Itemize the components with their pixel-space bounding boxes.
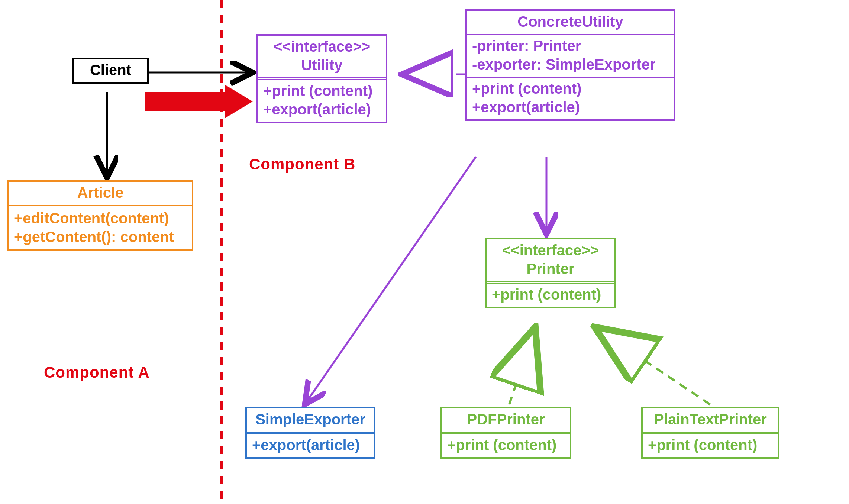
big-red-arrow [145,85,253,118]
label-component-a: Component A [44,364,150,381]
printer-title: Printer [492,259,609,278]
article-op1: +editContent(content) [14,209,187,227]
class-client-title: Client [74,59,147,82]
assoc-concrete-exporter [305,157,476,404]
utility-op1: +print (content) [263,81,381,100]
utility-title: Utility [263,56,381,74]
plaintext-printer-op1: +print (content) [648,436,773,454]
class-simple-exporter: SimpleExporter +export(article) [245,407,375,459]
concrete-utility-title: ConcreteUtility [467,11,674,34]
class-utility: <<interface>> Utility +print (content) +… [256,34,387,123]
class-concrete-utility: ConcreteUtility -printer: Printer -expor… [465,9,675,121]
class-pdf-printer: PDFPrinter +print (content) [440,407,571,459]
realize-pdfprinter [509,327,535,404]
class-printer: <<interface>> Printer +print (content) [485,238,616,308]
label-component-b: Component B [249,155,355,173]
class-article: Article +editContent(content) +getConten… [7,180,193,251]
article-op2: +getContent(): content [14,227,187,246]
svg-rect-0 [145,92,225,111]
simple-exporter-title: SimpleExporter [247,408,374,432]
class-article-title: Article [9,182,192,205]
simple-exporter-op1: +export(article) [252,436,369,454]
pdf-printer-op1: +print (content) [447,436,565,454]
plaintext-printer-title: PlainTextPrinter [643,408,778,432]
svg-marker-1 [225,85,253,118]
concrete-utility-op2: +export(article) [472,98,669,116]
concrete-utility-attr1: -printer: Printer [472,36,669,55]
printer-stereo: <<interface>> [492,241,609,259]
class-plaintext-printer: PlainTextPrinter +print (content) [641,407,779,459]
realize-plaintextprinter [595,327,710,404]
concrete-utility-op1: +print (content) [472,79,669,98]
printer-op1: +print (content) [492,285,609,304]
pdf-printer-title: PDFPrinter [442,408,570,432]
class-client: Client [72,58,149,84]
utility-stereo: <<interface>> [263,37,381,56]
utility-op2: +export(article) [263,100,381,119]
concrete-utility-attr2: -exporter: SimpleExporter [472,55,669,74]
